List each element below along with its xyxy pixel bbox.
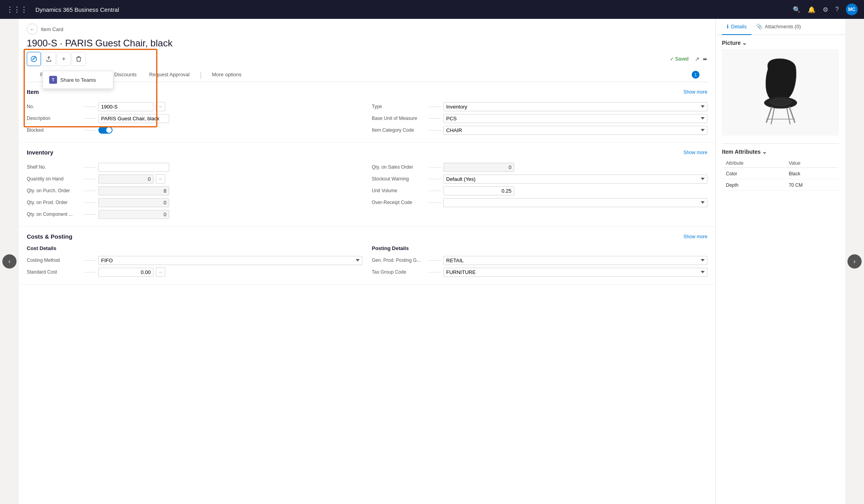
- no-label: No.: [27, 104, 82, 109]
- item-section-header: Item Show more: [27, 88, 707, 95]
- costs-left: Cost Details Costing Method FIFO Standar…: [27, 245, 362, 278]
- item-show-more[interactable]: Show more: [683, 89, 707, 95]
- nav-tabs: Process Item Prices & Discounts Request …: [27, 68, 707, 82]
- desc-row: Description: [27, 112, 362, 124]
- avatar[interactable]: MC: [846, 4, 858, 15]
- no-input[interactable]: [98, 102, 153, 111]
- qty-prod-input[interactable]: [98, 198, 169, 207]
- topbar: ⋮⋮⋮ Dynamics 365 Business Central 🔍 🔔 ⚙ …: [0, 0, 864, 19]
- costing-select[interactable]: FIFO: [98, 256, 362, 265]
- attr-col-attribute: Attribute: [723, 159, 785, 168]
- qty-hand-dots: [84, 179, 96, 179]
- costs-section-title: Costs & Posting: [27, 233, 72, 240]
- costs-show-more[interactable]: Show more: [683, 234, 707, 239]
- std-cost-label: Standard Cost: [27, 269, 82, 275]
- share-to-teams-label: Share to Teams: [60, 77, 96, 83]
- stockout-dots: [429, 179, 441, 179]
- inventory-show-more[interactable]: Show more: [683, 150, 707, 155]
- over-receipt-row: Over-Receipt Code: [372, 197, 707, 208]
- costing-row: Costing Method FIFO: [27, 254, 362, 266]
- gen-prod-select[interactable]: RETAIL: [443, 256, 707, 265]
- qty-prod-label: Qty. on Prod. Order: [27, 200, 82, 205]
- qty-hand-ellipsis-button[interactable]: ···: [156, 174, 165, 184]
- unit-vol-dots: [429, 191, 441, 191]
- search-icon[interactable]: 🔍: [793, 6, 801, 13]
- chair-svg: [749, 53, 812, 132]
- no-row: No. ···: [27, 101, 362, 112]
- desc-label: Description: [27, 116, 82, 121]
- qty-purch-label: Qty. on Purch. Order: [27, 188, 82, 193]
- tab-request-approval[interactable]: Request Approval: [144, 68, 195, 82]
- expand-icon[interactable]: ↗: [695, 56, 700, 62]
- category-select[interactable]: CHAIR: [443, 126, 707, 135]
- attribute-row: Depth70 CM: [723, 180, 838, 191]
- shelf-row: Shelf No.: [27, 161, 362, 173]
- unit-vol-input[interactable]: [443, 186, 514, 195]
- item-fields-right: Type Inventory Base Unit of Measure PCS: [372, 101, 707, 136]
- attributes-chevron: ⌄: [762, 149, 767, 155]
- std-cost-input[interactable]: [98, 268, 153, 277]
- qty-sales-input[interactable]: [443, 163, 514, 172]
- base-uom-dots: [429, 118, 441, 119]
- attr-col-value: Value: [786, 159, 838, 168]
- costing-dots: [84, 260, 96, 261]
- attr-name: Depth: [723, 180, 785, 191]
- costs-right: Posting Details Gen. Prod. Posting G... …: [372, 245, 707, 278]
- panel-tab-attachments[interactable]: 📎 Attachments (0): [751, 19, 806, 35]
- over-receipt-select[interactable]: [443, 198, 707, 207]
- topbar-icons: 🔍 🔔 ⚙ ? MC: [793, 4, 858, 15]
- no-ellipsis-button[interactable]: ···: [156, 102, 165, 111]
- qty-hand-input[interactable]: [98, 175, 153, 184]
- collapse-icon[interactable]: ⬌: [703, 56, 707, 62]
- details-icon: ℹ: [727, 24, 729, 29]
- costing-label: Costing Method: [27, 258, 82, 263]
- edit-button[interactable]: [27, 52, 41, 66]
- type-row: Type Inventory: [372, 101, 707, 112]
- delete-button[interactable]: [72, 52, 86, 66]
- picture-chevron: ⌄: [742, 40, 747, 46]
- waffle-icon[interactable]: ⋮⋮⋮: [6, 5, 28, 14]
- left-nav-area: ‹: [0, 19, 19, 504]
- qty-comp-label: Qty. on Component ...: [27, 212, 82, 217]
- saved-label: ✓ Saved: [670, 56, 689, 62]
- back-button[interactable]: ←: [27, 24, 38, 35]
- saved-indicator: ✓ Saved ↗ ⬌: [670, 56, 707, 62]
- settings-icon[interactable]: ⚙: [823, 6, 828, 13]
- prev-record-button[interactable]: ‹: [2, 254, 17, 269]
- tax-group-select[interactable]: FURNITURE: [443, 268, 707, 277]
- bell-icon[interactable]: 🔔: [808, 6, 816, 13]
- type-select[interactable]: Inventory: [443, 102, 707, 111]
- stockout-select[interactable]: Default (Yes): [443, 175, 707, 184]
- next-record-button[interactable]: ›: [847, 254, 862, 269]
- std-cost-ellipsis-button[interactable]: ···: [156, 267, 165, 277]
- panel-tab-details[interactable]: ℹ Details: [722, 19, 751, 35]
- inventory-section-title: Inventory: [27, 149, 54, 156]
- share-to-teams-item[interactable]: T Share to Teams: [43, 73, 113, 87]
- category-row: Item Category Code CHAIR: [372, 124, 707, 136]
- action-toolbar: + T Share to Teams: [27, 52, 707, 66]
- tab-more-options[interactable]: More options: [207, 68, 247, 82]
- attribute-row: ColorBlack: [723, 169, 838, 179]
- picture-title[interactable]: Picture ⌄: [722, 40, 839, 46]
- posting-details-title: Posting Details: [372, 245, 707, 251]
- picture-section: Picture ⌄: [716, 35, 845, 143]
- qty-comp-input[interactable]: [98, 210, 169, 219]
- base-uom-label: Base Unit of Measure: [372, 116, 427, 121]
- tax-group-dots: [429, 272, 441, 272]
- svg-line-5: [787, 109, 790, 124]
- blocked-label: Blocked: [27, 127, 82, 133]
- base-uom-select[interactable]: PCS: [443, 114, 707, 123]
- help-icon[interactable]: ?: [835, 6, 839, 13]
- blocked-toggle[interactable]: [98, 127, 113, 134]
- desc-input[interactable]: [98, 114, 169, 123]
- shelf-input[interactable]: [98, 163, 169, 172]
- gen-prod-label: Gen. Prod. Posting G...: [372, 258, 427, 263]
- share-button[interactable]: [42, 52, 56, 66]
- add-button[interactable]: +: [57, 52, 71, 66]
- svg-line-4: [771, 109, 774, 124]
- attributes-title[interactable]: Item Attributes ⌄: [722, 149, 839, 155]
- qty-purch-input[interactable]: [98, 186, 169, 195]
- gen-prod-dots: [429, 260, 441, 261]
- type-label: Type: [372, 104, 427, 109]
- unit-vol-label: Unit Volume: [372, 188, 427, 193]
